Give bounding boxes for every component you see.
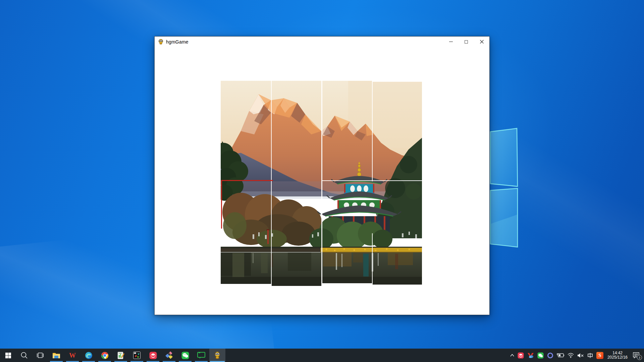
notification-badge: 3 [637, 355, 642, 360]
green-chat-app-icon [197, 352, 205, 359]
taskbar-app-red-mascot[interactable] [145, 349, 161, 362]
windows-logo-icon [5, 353, 11, 358]
document-editor-icon [117, 352, 124, 359]
hgmgame-window: hgmGame [154, 36, 490, 315]
tray-wechat[interactable] [536, 349, 545, 362]
tile-edge-gap [372, 285, 422, 286]
diamond-app-icon [165, 351, 173, 359]
ring-app-icon [547, 352, 553, 359]
wechat-icon [181, 352, 189, 359]
tile-edge-gap [221, 284, 271, 286]
search-button[interactable] [16, 349, 32, 362]
taskbar-app-chrome[interactable] [97, 349, 113, 362]
clock-date: 2025/12/16 [607, 355, 628, 360]
tray-volume[interactable] [576, 349, 586, 362]
minimize-button[interactable] [443, 37, 459, 47]
task-view-button[interactable] [32, 349, 48, 362]
wechat-icon [537, 352, 544, 359]
tile-seam-horizontal [372, 81, 422, 82]
capture-utility-icon [133, 352, 141, 359]
selected-tile-outline-top [221, 180, 273, 181]
tray-ime-indicator[interactable] [586, 349, 595, 362]
system-tray: S 14:42 2025/12/16 3 [508, 349, 644, 362]
tile-seam-vertical [372, 233, 373, 286]
battery-charging-icon [557, 353, 564, 358]
turtle-game-icon [158, 39, 164, 45]
tray-network[interactable] [566, 349, 576, 362]
taskbar-app-wps-writer[interactable]: W [64, 349, 80, 362]
taskbar-app-wechat[interactable] [177, 349, 193, 362]
taskbar-app-document-editor[interactable] [113, 349, 129, 362]
tray-sogou-input[interactable]: S [595, 349, 605, 362]
taskbar-clock[interactable]: 14:42 2025/12/16 [605, 349, 630, 362]
maximize-icon [465, 40, 468, 44]
red-mascot-app-icon [518, 352, 524, 359]
taskbar-app-green-chat[interactable] [193, 349, 209, 362]
maximize-button[interactable] [459, 37, 474, 47]
selected-tile-outline-left [221, 180, 222, 229]
microsoft-edge-icon [85, 352, 93, 359]
chevron-up-icon [510, 354, 514, 357]
close-icon [480, 40, 484, 44]
volume-muted-icon [577, 353, 584, 358]
tray-cloud-sync-app[interactable] [526, 349, 536, 362]
start-button[interactable] [0, 349, 16, 362]
hidden-icons-button[interactable] [508, 349, 516, 362]
tray-battery[interactable] [555, 349, 566, 362]
window-title: hgmGame [166, 39, 189, 45]
minimize-icon [449, 40, 453, 44]
red-mascot-app-icon [149, 352, 157, 359]
turtle-game-icon [213, 351, 221, 359]
taskbar-app-file-explorer[interactable] [48, 349, 64, 362]
notification-center-button[interactable]: 3 [630, 349, 642, 362]
tile-edge-gap [322, 283, 372, 286]
google-chrome-icon [101, 352, 109, 359]
wallpaper-logo-panes [489, 127, 520, 250]
desktop: hgmGame [0, 0, 644, 362]
tile-seam-horizontal [322, 180, 422, 181]
tray-red-mascot-app[interactable] [516, 349, 526, 362]
wifi-icon [568, 353, 574, 358]
puzzle-board[interactable] [221, 81, 422, 286]
tile-seam-vertical [321, 81, 322, 286]
cloud-sync-icon [527, 352, 534, 358]
file-explorer-icon [52, 352, 60, 359]
taskbar-app-python-puzzle-game[interactable] [209, 349, 225, 362]
tile-seam-vertical [271, 81, 272, 286]
task-view-icon [37, 352, 44, 358]
wps-writer-icon: W [69, 352, 76, 359]
ime-chinese-icon [587, 353, 593, 358]
tray-ring-app[interactable] [545, 349, 555, 362]
taskbar-app-capture-utility[interactable] [129, 349, 145, 362]
sogou-input-icon: S [596, 352, 603, 359]
titlebar[interactable]: hgmGame [155, 37, 489, 47]
taskbar-app-edge[interactable] [80, 349, 97, 362]
tile-seam-vertical [372, 81, 373, 181]
taskbar: W [0, 349, 644, 362]
close-button[interactable] [474, 37, 489, 47]
taskbar-app-diamond[interactable] [161, 349, 177, 362]
search-icon [20, 352, 28, 359]
